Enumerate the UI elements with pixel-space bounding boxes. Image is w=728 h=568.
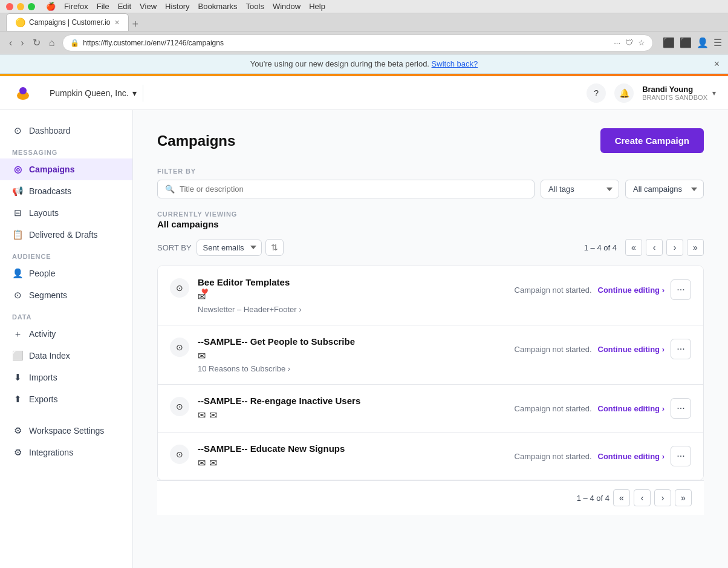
workspace-name: Pumpkin Queen, Inc. xyxy=(50,88,129,98)
sidebar-item-exports[interactable]: ⬆ Exports xyxy=(0,388,132,410)
sidebar-item-imports[interactable]: ⬇ Imports xyxy=(0,367,132,388)
sidebar-item-segments[interactable]: ⊙ Segments xyxy=(0,284,132,306)
more-options-educate[interactable]: ··· xyxy=(671,446,691,466)
campaign-meta-link-bee[interactable]: Newsletter – Header+Footer › xyxy=(198,305,302,314)
pagination-top: 1 – 4 of 4 « ‹ › » xyxy=(584,239,704,256)
overflow-icon[interactable]: ☰ xyxy=(713,37,722,48)
sidebar-item-data-index[interactable]: ⬜ Data Index xyxy=(0,345,132,367)
sidebar-item-broadcasts[interactable]: 📢 Broadcasts xyxy=(0,180,132,202)
mac-menu-tools[interactable]: Tools xyxy=(246,2,264,11)
campaign-info-educate: --SAMPLE-- Educate New Signups ✉ ✉ xyxy=(198,443,515,469)
continue-editing-reengage[interactable]: Continue editing › xyxy=(598,404,665,413)
reload-button[interactable]: ↻ xyxy=(30,36,44,50)
sidebar-label-data-index: Data Index xyxy=(29,351,70,361)
campaign-name-educate[interactable]: --SAMPLE-- Educate New Signups xyxy=(198,443,515,454)
currently-viewing: CURRENTLY VIEWING All campaigns xyxy=(157,211,704,229)
continue-editing-educate[interactable]: Continue editing › xyxy=(598,452,665,461)
sort-select[interactable]: Sent emails xyxy=(197,240,262,256)
sidebar-toggle-icon[interactable]: ⬛ xyxy=(680,37,692,48)
tags-filter[interactable]: All tags xyxy=(541,180,619,198)
mac-close-dot[interactable] xyxy=(6,3,13,10)
mac-menu-firefox[interactable]: Firefox xyxy=(64,2,88,11)
page-next-button[interactable]: › xyxy=(666,239,683,256)
profile-icon[interactable]: 👤 xyxy=(697,37,709,48)
sidebar-item-integrations[interactable]: ⚙ Integrations xyxy=(0,442,132,463)
page-first-button[interactable]: « xyxy=(625,239,642,256)
campaign-status-subscribe: Campaign not started. Continue editing ›… xyxy=(515,336,691,359)
more-options-subscribe[interactable]: ··· xyxy=(671,339,691,359)
mac-apple[interactable]: 🍎 xyxy=(46,2,56,11)
browser-tab-active[interactable]: 🟡 Campaigns | Customer.io ✕ xyxy=(6,13,129,31)
url-bar[interactable]: 🔒 https://fly.customer.io/env/71246/camp… xyxy=(62,34,653,51)
bell-icon: 🔔 xyxy=(619,88,629,98)
campaign-icon-reengage: ⊙ xyxy=(170,397,189,416)
mac-menu-window[interactable]: Window xyxy=(273,2,301,11)
bottom-page-first-button[interactable]: « xyxy=(613,489,630,506)
back-button[interactable]: ‹ xyxy=(6,36,15,50)
sidebar-item-campaigns[interactable]: ◎ Campaigns xyxy=(0,158,132,180)
mac-menu-bookmarks[interactable]: Bookmarks xyxy=(198,2,238,11)
mac-menu-view[interactable]: View xyxy=(140,2,157,11)
email-icon-reengage-2: ✉ xyxy=(209,410,217,421)
campaign-name-reengage[interactable]: --SAMPLE-- Re-engage Inactive Users xyxy=(198,396,515,406)
home-button[interactable]: ⌂ xyxy=(46,36,58,50)
continue-editing-subscribe[interactable]: Continue editing › xyxy=(598,345,665,354)
mac-menu-help[interactable]: Help xyxy=(309,2,325,11)
mac-menu-edit[interactable]: Edit xyxy=(118,2,131,11)
help-button[interactable]: ? xyxy=(587,83,606,103)
sidebar-section-data: DATA xyxy=(0,306,132,323)
browser-menu-icon[interactable]: ··· xyxy=(614,38,620,47)
sidebar-item-activity[interactable]: ＋ Activity xyxy=(0,323,132,345)
more-options-bee[interactable]: ··· xyxy=(671,279,691,300)
tab-close-button[interactable]: ✕ xyxy=(114,19,120,27)
more-options-reengage[interactable]: ··· xyxy=(671,398,691,419)
app-header: Pumpkin Queen, Inc. ▾ ? 🔔 Brandi Young B… xyxy=(0,76,728,110)
campaigns-icon: ◎ xyxy=(12,164,23,175)
bottom-page-prev-button[interactable]: ‹ xyxy=(634,489,651,506)
campaigns-filter[interactable]: All campaigns xyxy=(625,180,704,198)
sidebar-item-workspace-settings[interactable]: ⚙ Workspace Settings xyxy=(0,420,132,442)
sidebar-item-dashboard[interactable]: ⊙ Dashboard xyxy=(0,120,132,142)
bookmark-icon[interactable]: ☆ xyxy=(638,38,645,47)
beta-banner-close[interactable]: × xyxy=(714,59,720,70)
segments-icon: ⊙ xyxy=(12,290,23,301)
mac-minimize-dot[interactable] xyxy=(17,3,24,10)
notifications-button[interactable]: 🔔 xyxy=(614,83,634,103)
search-input[interactable] xyxy=(180,184,527,194)
app-logo xyxy=(12,82,34,104)
switch-back-link[interactable]: Switch back? xyxy=(432,59,478,68)
user-menu[interactable]: Brandi Young BRANDI'S SANDBOX ▾ xyxy=(642,85,716,101)
page-last-button[interactable]: » xyxy=(687,239,704,256)
create-campaign-button[interactable]: Create Campaign xyxy=(600,128,704,153)
bottom-page-next-button[interactable]: › xyxy=(654,489,671,506)
mac-menu-file[interactable]: File xyxy=(97,2,109,11)
continue-editing-bee[interactable]: Continue editing › xyxy=(598,286,665,295)
library-icon[interactable]: ⬛ xyxy=(663,37,675,48)
sort-direction-button[interactable]: ⇅ xyxy=(265,239,284,256)
new-tab-button[interactable]: + xyxy=(129,18,143,31)
campaign-tags-educate: ✉ ✉ xyxy=(198,457,515,469)
table-row: ⊙ Bee Editor Templates ✉❤️ Newsletter – … xyxy=(158,266,703,325)
reader-icon[interactable]: 🛡 xyxy=(625,38,633,47)
campaign-meta-bee: Newsletter – Header+Footer › xyxy=(198,305,515,314)
browser-tab-bar: 🟡 Campaigns | Customer.io ✕ + xyxy=(0,13,728,31)
campaign-name-bee[interactable]: Bee Editor Templates xyxy=(198,277,515,287)
sidebar-item-delivered[interactable]: 📋 Delivered & Drafts xyxy=(0,224,132,246)
email-icon-1: ✉❤️ xyxy=(198,291,206,302)
campaign-name-subscribe[interactable]: --SAMPLE-- Get People to Subscribe xyxy=(198,336,515,347)
sidebar-item-people[interactable]: 👤 People xyxy=(0,263,132,284)
workspace-settings-icon: ⚙ xyxy=(12,425,23,436)
campaign-meta-link-subscribe[interactable]: 10 Reasons to Subscribe › xyxy=(198,364,290,373)
campaign-status-educate: Campaign not started. Continue editing ›… xyxy=(515,443,691,466)
page-prev-button[interactable]: ‹ xyxy=(646,239,663,256)
forward-button[interactable]: › xyxy=(18,36,27,50)
filter-label: FILTER BY xyxy=(157,168,704,175)
sidebar-item-layouts[interactable]: ⊟ Layouts xyxy=(0,202,132,224)
mac-maximize-dot[interactable] xyxy=(28,3,35,10)
sidebar-label-people: People xyxy=(29,269,56,278)
workspace-selector[interactable]: Pumpkin Queen, Inc. ▾ xyxy=(44,85,143,102)
email-icon-reengage-1: ✉ xyxy=(198,410,206,421)
bottom-page-last-button[interactable]: » xyxy=(675,489,692,506)
mac-menu-history[interactable]: History xyxy=(165,2,189,11)
activity-icon: ＋ xyxy=(12,328,23,339)
